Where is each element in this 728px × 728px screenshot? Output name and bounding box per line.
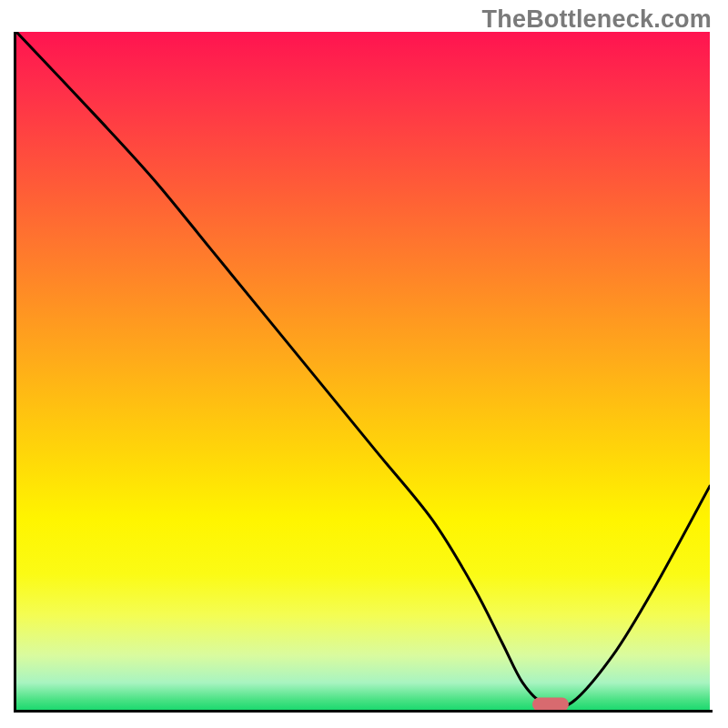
axis-left [14,32,16,713]
axis-bottom [14,710,713,713]
watermark-text: TheBottleneck.com [482,5,712,34]
plot-gradient-background [16,32,710,710]
chart-container: TheBottleneck.com [0,0,728,728]
